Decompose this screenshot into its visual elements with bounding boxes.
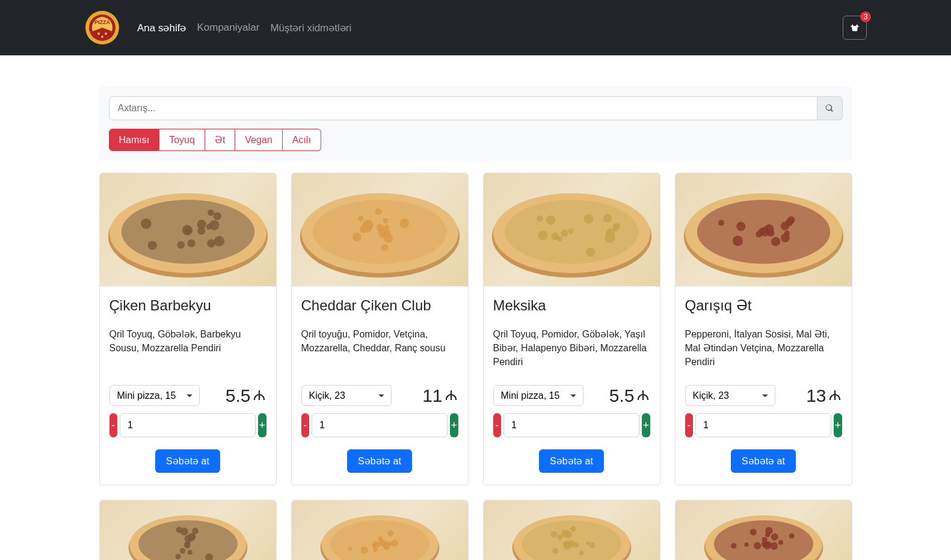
pizza-image <box>484 500 660 560</box>
product-title: Qarışıq Ət <box>685 297 842 314</box>
add-to-cart-button[interactable]: Səbətə at <box>539 449 604 473</box>
filter-tag-vegan[interactable]: Vegan <box>235 129 282 151</box>
svg-point-131 <box>586 541 590 546</box>
svg-point-128 <box>589 543 595 549</box>
product-image <box>292 173 468 286</box>
svg-point-90 <box>179 548 185 553</box>
cart-badge: 3 <box>860 11 871 22</box>
svg-point-147 <box>789 533 794 538</box>
qty-decrement[interactable]: - <box>685 413 694 437</box>
product-title: Meksika <box>493 297 650 314</box>
cart-button[interactable]: 3 <box>843 16 867 40</box>
pizza-image <box>100 173 276 286</box>
product-price: 5.5 <box>609 386 650 406</box>
brand-logo[interactable]: PIZZA <box>84 10 120 46</box>
add-to-cart-button[interactable]: Səbətə at <box>155 449 220 473</box>
svg-point-30 <box>381 244 388 251</box>
nav-support[interactable]: Müştəri xidmətləri <box>270 22 351 34</box>
nav-home[interactable]: Ana səhifə <box>137 22 186 34</box>
qty-input[interactable] <box>695 413 831 437</box>
svg-point-74 <box>771 237 780 246</box>
pizza-image <box>100 500 276 560</box>
svg-text:PIZZA: PIZZA <box>94 19 110 25</box>
qty-decrement[interactable]: - <box>301 413 310 437</box>
svg-point-146 <box>731 543 736 549</box>
svg-point-47 <box>537 215 543 221</box>
svg-point-4 <box>105 32 107 35</box>
svg-point-112 <box>372 542 377 547</box>
svg-point-37 <box>376 224 384 232</box>
svg-point-138 <box>754 542 761 549</box>
search-button[interactable] <box>817 96 843 120</box>
product-card: Çiken Barbekyu Qril Toyuq, Göbələk, Barb… <box>99 173 277 485</box>
size-select[interactable]: Mini pizza, 15 <box>109 385 200 406</box>
svg-point-95 <box>175 554 180 559</box>
svg-point-142 <box>771 534 778 541</box>
svg-point-23 <box>206 224 211 229</box>
qty-increment[interactable]: + <box>258 413 266 437</box>
product-card <box>291 500 469 560</box>
product-image <box>100 500 276 560</box>
filter-tag-ət[interactable]: Ət <box>205 129 235 151</box>
svg-point-109 <box>360 546 368 553</box>
svg-point-55 <box>583 214 593 224</box>
svg-point-111 <box>379 540 386 546</box>
svg-point-54 <box>561 230 568 237</box>
product-card <box>675 500 852 560</box>
qty-decrement[interactable]: - <box>109 413 118 437</box>
nav-links: Ana səhifə Kompaniyalar Müştəri xidmətlə… <box>137 22 351 34</box>
qty-decrement[interactable]: - <box>493 413 502 437</box>
nav-companies[interactable]: Kompaniyalar <box>197 22 259 34</box>
filter-tags: HamısıToyuqƏtVeganAcılı <box>109 129 843 151</box>
svg-point-50 <box>538 230 547 240</box>
product-card <box>483 500 660 560</box>
svg-point-129 <box>563 541 571 549</box>
svg-point-130 <box>550 531 557 538</box>
svg-point-91 <box>192 528 199 534</box>
product-image <box>484 500 660 560</box>
add-to-cart-button[interactable]: Səbətə at <box>347 449 412 473</box>
size-select[interactable]: Kiçik, 23 <box>301 385 392 406</box>
product-image <box>676 173 852 286</box>
manat-icon <box>828 388 842 402</box>
svg-point-51 <box>546 215 555 225</box>
product-price: 11 <box>422 386 458 406</box>
svg-point-17 <box>182 225 192 235</box>
svg-point-105 <box>387 531 393 537</box>
filter-tag-acılı[interactable]: Acılı <box>283 129 321 151</box>
svg-point-40 <box>352 233 361 241</box>
filter-tag-toyuq[interactable]: Toyuq <box>159 129 205 151</box>
svg-point-122 <box>573 543 579 548</box>
svg-point-137 <box>778 540 783 545</box>
qty-increment[interactable]: + <box>642 413 650 437</box>
svg-point-35 <box>384 225 389 230</box>
product-desc: Qril Toyuq, Pomidor, Göbələk, Yaşıl Bibə… <box>493 327 650 371</box>
product-grid: Çiken Barbekyu Qril Toyuq, Göbələk, Barb… <box>99 173 852 485</box>
svg-point-118 <box>570 526 576 532</box>
product-price: 13 <box>806 386 842 406</box>
search-row <box>109 96 843 120</box>
product-card: Qarışıq Ət Pepperoni, İtalyan Sosisi, Ma… <box>675 173 852 485</box>
svg-point-14 <box>213 212 221 220</box>
svg-point-139 <box>770 542 778 550</box>
qty-input[interactable] <box>120 413 256 437</box>
add-to-cart-button[interactable]: Səbətə at <box>731 449 796 473</box>
main-content: HamısıToyuqƏtVeganAcılı Çiken Barbekyu Q… <box>85 87 867 560</box>
svg-point-13 <box>141 218 151 229</box>
product-title: Çiken Barbekyu <box>109 297 266 314</box>
basket-icon <box>849 22 860 33</box>
pizza-image <box>292 500 468 560</box>
qty-input[interactable] <box>503 413 639 437</box>
size-select[interactable]: Mini pizza, 15 <box>493 385 583 406</box>
search-input[interactable] <box>109 96 817 120</box>
filter-tag-hamısı[interactable]: Hamısı <box>109 129 160 151</box>
svg-point-127 <box>557 534 562 540</box>
qty-increment[interactable]: + <box>834 413 842 437</box>
svg-point-85 <box>187 550 192 555</box>
size-select[interactable]: Kiçik, 23 <box>685 385 775 406</box>
svg-point-93 <box>185 543 190 549</box>
qty-input[interactable] <box>312 413 448 437</box>
svg-point-56 <box>556 236 562 241</box>
qty-increment[interactable]: + <box>450 413 458 437</box>
pizza-image <box>676 173 852 286</box>
